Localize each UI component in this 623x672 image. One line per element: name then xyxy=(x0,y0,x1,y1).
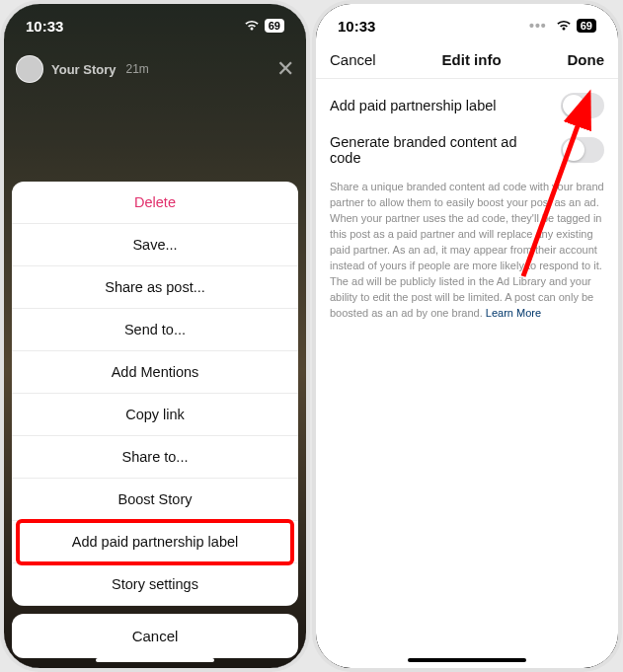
branded-code-label: Generate branded content ad code xyxy=(330,134,551,166)
battery-indicator: 69 xyxy=(577,19,596,33)
add-mentions-button[interactable]: Add Mentions xyxy=(12,351,298,394)
nav-cancel-button[interactable]: Cancel xyxy=(330,51,376,68)
status-bar: 10:33 ••• 69 xyxy=(316,4,618,47)
paid-partnership-label: Add paid partnership label xyxy=(330,98,551,113)
nav-done-button[interactable]: Done xyxy=(567,51,604,68)
left-phone: 10:33 69 Your Story 21m ✕ Delete Save... xyxy=(0,0,310,672)
nav-title: Edit info xyxy=(442,51,502,68)
share-to-button[interactable]: Share to... xyxy=(12,436,298,479)
story-header: Your Story 21m ✕ xyxy=(16,55,294,83)
close-icon[interactable]: ✕ xyxy=(276,56,294,82)
story-title: Your Story xyxy=(51,62,117,77)
right-phone: 10:33 ••• 69 Cancel Edit info Done Add p… xyxy=(312,0,622,672)
nav-bar: Cancel Edit info Done xyxy=(316,47,618,79)
save-button[interactable]: Save... xyxy=(12,224,298,266)
copy-link-button[interactable]: Copy link xyxy=(12,394,298,436)
branded-code-row: Generate branded content ad code xyxy=(316,132,618,180)
branded-code-toggle[interactable] xyxy=(561,137,604,163)
action-sheet: Delete Save... Share as post... Send to.… xyxy=(12,182,298,658)
add-paid-partnership-button[interactable]: Add paid partnership label xyxy=(12,521,298,563)
more-icon: ••• xyxy=(529,18,547,34)
description-text: Share a unique branded content ad code w… xyxy=(316,180,618,331)
paid-partnership-row: Add paid partnership label xyxy=(316,79,618,132)
status-time: 10:33 xyxy=(338,18,375,35)
boost-story-button[interactable]: Boost Story xyxy=(12,479,298,521)
home-indicator[interactable] xyxy=(96,658,214,662)
wifi-icon xyxy=(556,20,572,32)
wifi-icon xyxy=(244,20,260,32)
status-bar: 10:33 69 xyxy=(4,4,306,47)
story-age: 21m xyxy=(126,62,149,76)
share-as-post-button[interactable]: Share as post... xyxy=(12,266,298,309)
cancel-button[interactable]: Cancel xyxy=(12,614,298,658)
learn-more-link[interactable]: Learn More xyxy=(486,307,541,319)
battery-indicator: 69 xyxy=(265,19,284,33)
delete-button[interactable]: Delete xyxy=(12,182,298,224)
home-indicator[interactable] xyxy=(408,658,526,662)
send-to-button[interactable]: Send to... xyxy=(12,309,298,351)
status-time: 10:33 xyxy=(26,18,63,35)
story-settings-button[interactable]: Story settings xyxy=(12,563,298,606)
paid-partnership-toggle[interactable] xyxy=(561,93,604,118)
avatar[interactable] xyxy=(16,55,43,83)
